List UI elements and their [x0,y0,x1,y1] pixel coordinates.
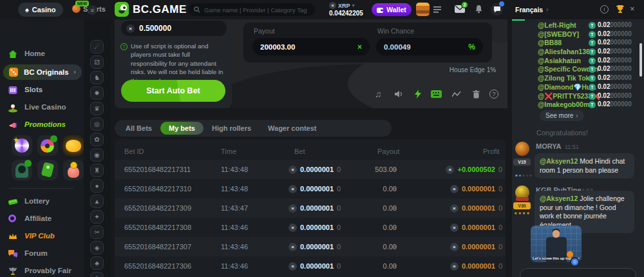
chat-username[interactable]: MORYA [536,142,562,150]
mystery-hoodie-promo[interactable] [12,160,32,180]
sidebar-item-affiliate[interactable]: Affiliate [0,213,84,226]
lucky-wheel-promo[interactable] [37,135,58,156]
game-egg-icon[interactable]: ✿ [90,133,104,146]
table-row[interactable]: 65520168482217310 11:43:48 ×0.00000010 0… [115,179,506,198]
wallet-button[interactable]: Wallet [372,3,412,16]
game-twist-icon[interactable]: ✦ [90,210,104,224]
mention[interactable]: @Aksyen12 [540,195,578,202]
chat-rules-button[interactable]: i [600,5,609,14]
chat-scrollbar[interactable] [639,43,642,77]
game-keno-icon[interactable]: ● [90,179,104,193]
trash-icon [473,90,480,99]
bets-tab[interactable]: My bets [160,122,204,135]
sidebar-item-bc-originals[interactable]: BC Originals › [3,64,82,80]
logo[interactable]: BC.GAME [115,2,187,17]
winner-amount: 0.02000000 [598,48,632,55]
game-plinko-icon[interactable]: ◎ [90,117,104,131]
bets-tab[interactable]: High rollers [204,122,260,135]
game-coinflip-icon[interactable]: ◉ [90,148,104,162]
sidebar-item-home[interactable]: Home [0,48,84,61]
game-roulette-icon[interactable]: ♣ [90,256,104,270]
chat-input[interactable] [520,268,636,277]
spiral-wheel-promo[interactable] [12,135,32,156]
sidebar-item-vip-club[interactable]: VIP Club [0,231,84,244]
sidebar-item-slots[interactable]: Slots [0,84,84,97]
game-gem-icon[interactable]: ◈ [90,241,104,254]
winner-row[interactable]: @Specific Cowden T 0.02000000 [512,65,644,74]
clear-button[interactable] [470,88,482,100]
level-stars: ★★★★ [514,211,531,215]
table-row[interactable]: 65520168482217308 11:43:46 ×0.00000010 0… [115,218,506,237]
help-button[interactable]: ? [488,88,500,100]
hotkeys-button[interactable] [430,88,442,100]
win-chance-input[interactable]: 0.00049 % [376,38,483,55]
collapse-menu-button[interactable]: ≡ [88,5,97,15]
winner-row[interactable]: @[SWEBOY] T 0.02000000 [512,30,644,39]
avatar[interactable] [515,142,529,156]
payout-cell: 0.00× [327,256,397,276]
avatar[interactable] [416,3,430,16]
winner-amount: 0.02000000 [598,92,632,99]
mention[interactable]: @Aksyen12 [540,157,578,165]
table-row[interactable]: 65520168482217307 11:43:46 ×0.00000010 0… [115,237,506,256]
game-magic-hat-icon[interactable]: ♛ [90,102,104,115]
sidebar-item-lottery[interactable]: Lottery [0,196,84,209]
sound-button[interactable] [392,88,404,100]
xrp-coin-icon: × [450,262,459,271]
search-input[interactable]: Game name | Provider | Category Tag [188,3,315,16]
turbo-button[interactable] [412,88,424,100]
forum-icon [8,249,18,259]
game-limbo-icon[interactable]: ☄ [90,40,104,53]
game-classic-dice-icon[interactable]: ⚂ [90,55,104,69]
music-button[interactable]: ♫ [372,88,384,100]
balance-selector[interactable]: × XRP ▾ 0.04242205 [329,2,363,17]
profit-cell: ×0.00000010 [450,218,502,237]
casino-tab[interactable]: ♠ Casino [18,3,63,17]
cash-tag-promo[interactable] [37,160,58,180]
sidebar-item-label: Provably Fair [24,267,71,274]
bets-tab[interactable]: All Bets [117,122,160,135]
payout-cell: 503.00× [327,160,397,179]
winner-row[interactable]: @❌PRITTY5233❌ T 0.02000000 [512,92,644,101]
see-more-button[interactable]: See more › [540,110,584,121]
notifications-button[interactable] [475,5,483,14]
game-mines-icon[interactable]: ✹ [90,86,104,100]
game-crash-icon[interactable]: ♞ [90,71,104,84]
close-chat-button[interactable]: × [630,4,635,14]
sidebar-item-live-casino[interactable]: Live Casino [0,102,84,115]
winner-row[interactable]: @Imakegob00m... T 0.02000000 [512,100,644,110]
winner-row[interactable]: @Left-Right T 0.02000000 [512,21,644,30]
winner-row[interactable]: @Diamond💎Hu... T 0.02000000 [512,83,644,92]
bets-tab[interactable]: Wager contest [260,122,325,135]
game-tower-icon[interactable]: ▲ [90,195,104,208]
level-badge: V15 [513,158,531,166]
payout-input[interactable]: 200003.00 × [252,38,370,55]
coin-master-promo[interactable] [63,160,84,180]
sidebar-item-provably-fair[interactable]: Provably Fair [0,265,84,277]
game-fish-icon[interactable]: ♟ [90,272,104,277]
contest-button[interactable] [616,5,625,14]
start-auto-bet-button[interactable]: Start Auto Bet [121,80,225,102]
bet-list-icon[interactable] [433,6,441,13]
crown-icon [8,231,18,242]
house-edge-badge: House Edge 1% [446,62,499,77]
sidebar-item-forum[interactable]: Forum [0,248,84,261]
table-row[interactable]: 65520168482217311 11:43:48 ×0.00000010 5… [115,160,506,179]
winner-row[interactable]: @Asiakhatun T 0.02000000 [512,57,644,66]
winner-row[interactable]: @Aliesfahan1363 T 0.02000000 [512,48,644,57]
table-row[interactable]: 65520168482217306 11:43:46 ×0.00000010 0… [115,256,506,276]
winner-row[interactable]: @BB88 T 0.02000000 [512,39,644,48]
table-row[interactable]: 65520168482217309 11:43:47 ×0.00000010 0… [115,198,506,218]
piggy-bonus-promo[interactable] [63,135,84,156]
chat-room-language[interactable]: Français [515,6,543,14]
sidebar-item-promotions[interactable]: Promotions [0,119,84,132]
bet-amount-input[interactable]: × 0.500000 [121,21,227,36]
chat-timestamp: 11:51 [565,144,579,150]
emoji-reaction-button[interactable]: ☺ [570,257,580,267]
winner-row[interactable]: @Zilong Tik Tok T 0.02000000 [512,74,644,83]
game-knife-icon[interactable]: ✂ [90,225,104,239]
game-hilo-icon[interactable]: ♜ [90,164,104,177]
chevron-right-icon[interactable]: › [546,5,549,13]
multiply-icon: × [357,43,362,52]
trends-button[interactable] [451,88,462,100]
